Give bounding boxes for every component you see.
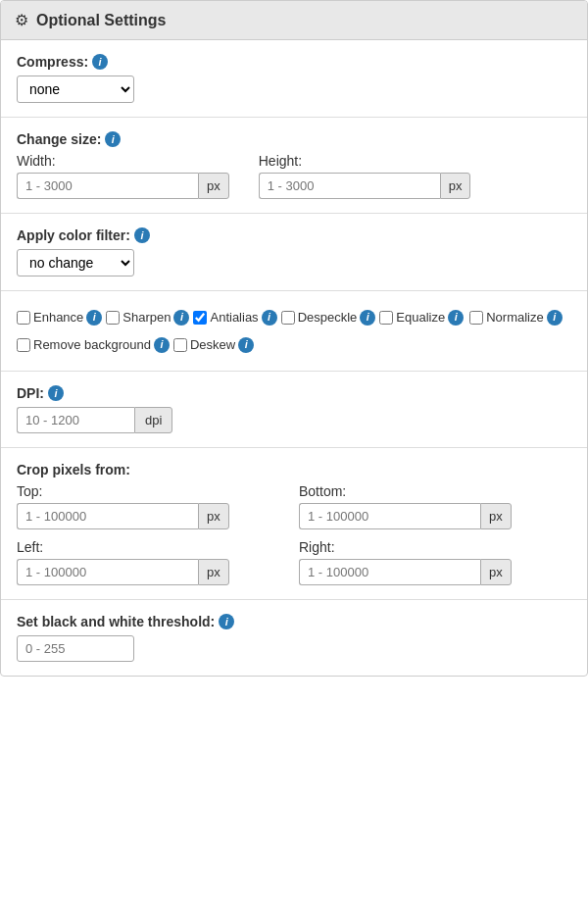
threshold-input-group	[17, 635, 571, 662]
normalize-checkbox[interactable]	[469, 311, 483, 325]
remove-background-checkbox[interactable]	[17, 338, 30, 352]
crop-bottom-input[interactable]	[299, 503, 480, 529]
change-size-info-icon[interactable]: i	[105, 131, 121, 147]
compress-label-text: Compress:	[17, 54, 88, 70]
checkboxes-container: Enhance i Sharpen i Antialias i Despeckl…	[17, 305, 571, 357]
crop-top-input[interactable]	[17, 503, 198, 529]
despeckle-info-icon[interactable]: i	[360, 310, 375, 326]
compress-select[interactable]: none low medium high	[17, 75, 134, 103]
crop-grid: Top: px Bottom: px Left: px	[17, 483, 571, 585]
crop-top-label: Top:	[17, 483, 289, 499]
antialias-checkbox-item: Antialias i	[193, 306, 276, 328]
width-unit: px	[198, 173, 229, 199]
dpi-unit: dpi	[134, 407, 172, 433]
crop-bottom-unit: px	[480, 503, 512, 529]
normalize-checkbox-item: Normalize i	[469, 306, 563, 328]
normalize-label[interactable]: Normalize	[486, 306, 544, 328]
antialias-label[interactable]: Antialias	[210, 306, 258, 328]
deskew-label[interactable]: Deskew	[190, 333, 235, 356]
threshold-label: Set black and white threshold: i	[17, 614, 571, 629]
width-label: Width:	[17, 153, 229, 169]
height-input[interactable]	[259, 173, 440, 199]
threshold-section: Set black and white threshold: i	[1, 600, 587, 676]
crop-bottom-field: Bottom: px	[299, 483, 571, 529]
color-filter-label-text: Apply color filter:	[17, 227, 130, 243]
sharpen-info-icon[interactable]: i	[173, 310, 189, 326]
despeckle-checkbox-item: Despeckle i	[281, 306, 376, 328]
antialias-checkbox[interactable]	[193, 311, 207, 325]
gear-icon: ⚙	[15, 11, 28, 29]
crop-left-label: Left:	[17, 539, 289, 555]
crop-label: Crop pixels from:	[17, 462, 571, 477]
change-size-section: Change size: i Width: px Height: px	[1, 118, 587, 214]
dpi-label: DPI: i	[17, 385, 571, 401]
enhance-info-icon[interactable]: i	[86, 310, 102, 326]
dpi-section: DPI: i dpi	[1, 372, 587, 448]
crop-section: Crop pixels from: Top: px Bottom: px Lef…	[1, 448, 587, 600]
crop-right-label: Right:	[299, 539, 571, 555]
despeckle-label[interactable]: Despeckle	[298, 306, 358, 328]
optional-settings-panel: ⚙ Optional Settings Compress: i none low…	[0, 0, 588, 677]
equalize-checkbox[interactable]	[379, 311, 393, 325]
crop-left-input[interactable]	[17, 559, 198, 585]
remove-bg-checkbox-item: Remove background i	[17, 333, 170, 356]
crop-top-input-group: px	[17, 503, 289, 529]
color-filter-label: Apply color filter: i	[17, 227, 571, 243]
height-label: Height:	[259, 153, 471, 169]
sharpen-checkbox[interactable]	[106, 311, 120, 325]
crop-top-field: Top: px	[17, 483, 289, 529]
height-field: Height: px	[259, 153, 471, 199]
deskew-checkbox-item: Deskew i	[173, 333, 254, 356]
sharpen-label[interactable]: Sharpen	[122, 306, 171, 328]
remove-background-info-icon[interactable]: i	[154, 337, 170, 353]
color-filter-select[interactable]: no change grayscale sepia invert	[17, 249, 134, 276]
crop-bottom-label: Bottom:	[299, 483, 571, 499]
enhance-checkbox-item: Enhance i	[17, 306, 102, 328]
dpi-input[interactable]	[17, 407, 134, 433]
dpi-input-group: dpi	[17, 407, 571, 433]
panel-title: Optional Settings	[36, 12, 166, 29]
normalize-info-icon[interactable]: i	[547, 310, 563, 326]
width-input[interactable]	[17, 173, 198, 199]
compress-info-icon[interactable]: i	[92, 54, 108, 70]
height-unit: px	[440, 173, 471, 199]
crop-label-text: Crop pixels from:	[17, 462, 130, 477]
equalize-checkbox-item: Equalize i	[379, 306, 464, 328]
color-filter-info-icon[interactable]: i	[134, 227, 150, 243]
crop-top-unit: px	[198, 503, 229, 529]
crop-right-input[interactable]	[299, 559, 480, 585]
threshold-input[interactable]	[17, 635, 134, 662]
compress-section: Compress: i none low medium high	[1, 40, 587, 118]
deskew-info-icon[interactable]: i	[238, 337, 254, 353]
crop-right-field: Right: px	[299, 539, 571, 585]
threshold-label-text: Set black and white threshold:	[17, 614, 215, 629]
compress-label: Compress: i	[17, 54, 571, 70]
change-size-label-text: Change size:	[17, 131, 101, 147]
dpi-info-icon[interactable]: i	[48, 385, 64, 401]
crop-left-field: Left: px	[17, 539, 289, 585]
panel-header: ⚙ Optional Settings	[1, 1, 587, 40]
threshold-info-icon[interactable]: i	[219, 614, 234, 629]
size-row: Width: px Height: px	[17, 153, 571, 199]
antialias-info-icon[interactable]: i	[262, 310, 277, 326]
image-options-section: Enhance i Sharpen i Antialias i Despeckl…	[1, 291, 587, 372]
width-input-group: px	[17, 173, 229, 199]
crop-right-unit: px	[480, 559, 512, 585]
crop-right-input-group: px	[299, 559, 571, 585]
despeckle-checkbox[interactable]	[281, 311, 295, 325]
crop-bottom-input-group: px	[299, 503, 571, 529]
deskew-checkbox[interactable]	[173, 338, 187, 352]
width-field: Width: px	[17, 153, 229, 199]
equalize-info-icon[interactable]: i	[448, 310, 464, 326]
enhance-checkbox[interactable]	[17, 311, 30, 325]
crop-left-input-group: px	[17, 559, 289, 585]
color-filter-section: Apply color filter: i no change grayscal…	[1, 214, 587, 291]
remove-background-label[interactable]: Remove background	[33, 333, 151, 356]
height-input-group: px	[259, 173, 471, 199]
crop-left-unit: px	[198, 559, 229, 585]
enhance-label[interactable]: Enhance	[33, 306, 83, 328]
dpi-label-text: DPI:	[17, 385, 44, 401]
sharpen-checkbox-item: Sharpen i	[106, 306, 189, 328]
equalize-label[interactable]: Equalize	[396, 306, 445, 328]
change-size-label: Change size: i	[17, 131, 571, 147]
